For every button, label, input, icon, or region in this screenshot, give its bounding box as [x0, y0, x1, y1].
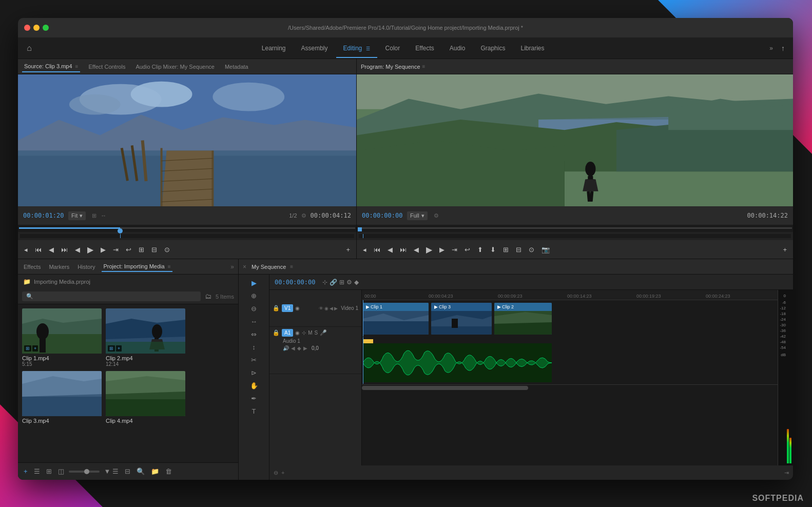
tab-graphics[interactable]: Graphics [473, 42, 512, 55]
new-bin-footer-btn[interactable]: 📁 [149, 466, 161, 476]
source-prev-frame-btn[interactable]: ◀ [47, 244, 56, 255]
prog-goto-in-btn[interactable]: ⏭ [398, 244, 409, 255]
prog-match-frame-btn[interactable]: ⊞ [501, 244, 511, 255]
share-button[interactable]: ↑ [777, 42, 789, 54]
tab-markers[interactable]: Markers [47, 262, 71, 271]
timeline-clip-3[interactable]: ▶ Clip 3 [431, 303, 492, 335]
zoom-slider[interactable] [69, 471, 100, 473]
a1-sync-icon[interactable]: ◉ [295, 330, 300, 336]
a1-next-kf-btn[interactable]: ▶ [303, 345, 307, 351]
tl-group-btn[interactable]: ⊞ [339, 279, 344, 286]
tl-rate-stretch[interactable]: ↕ [250, 342, 257, 353]
program-scrubber-knob[interactable] [358, 227, 362, 231]
search-footer-btn[interactable]: 🔍 [135, 466, 146, 476]
a1-solo-btn[interactable]: S [315, 330, 318, 336]
tl-track-select-back[interactable]: ⊖ [249, 303, 258, 314]
tab-effect-controls[interactable]: Effect Controls [86, 62, 127, 72]
tab-project[interactable]: Project: Importing Media ≡ [102, 262, 172, 272]
tab-source-clip3[interactable]: Source: Clip 3.mp4 ≡ [22, 61, 80, 72]
program-scrubber[interactable] [357, 225, 793, 232]
tab-editing[interactable]: Editing ☰ [336, 42, 377, 55]
prog-extract-btn[interactable]: ⬇ [488, 244, 498, 255]
tab-learning[interactable]: Learning [255, 42, 293, 55]
source-play-fwd-btn[interactable]: ▶ [99, 244, 108, 255]
prog-goto-out-btn[interactable]: ⇥ [450, 244, 459, 255]
a1-add-kf-btn[interactable]: ◆ [297, 345, 301, 351]
audio-clip-container[interactable] [363, 339, 552, 382]
tl-link-btn[interactable]: 🔗 [330, 279, 337, 286]
new-bin-btn[interactable]: 🗂 [205, 292, 211, 300]
program-timecode[interactable]: 00:00:00:00 [362, 212, 403, 219]
zoom-slider-knob[interactable] [84, 469, 89, 474]
prog-lift-btn[interactable]: ⬆ [475, 244, 485, 255]
timeline-clip-1[interactable]: ▶ Clip 1 [363, 303, 429, 335]
prog-prev-frame-btn[interactable]: ◀ [385, 244, 395, 255]
source-overwrite-btn[interactable]: ⊟ [149, 244, 159, 255]
timeline-scroll-thumb[interactable] [362, 386, 528, 390]
home-button[interactable]: ⌂ [22, 41, 36, 55]
timeline-clip-2[interactable]: ▶ Clip 2 [494, 303, 552, 335]
source-add-btn[interactable]: + [344, 244, 352, 255]
v1-next-btn[interactable]: ▶ [334, 306, 338, 311]
clear-btn[interactable]: 🗑 [164, 466, 173, 476]
prog-step-back-btn[interactable]: ⏮ [372, 244, 382, 255]
v1-clip-btn[interactable]: ◉ [324, 306, 328, 311]
source-goto-out-btn[interactable]: ⇥ [111, 244, 121, 255]
tl-scroll-end-btn[interactable]: ⇥ [784, 470, 789, 476]
tl-slip-tool[interactable]: ⊳ [249, 367, 258, 378]
new-item-btn[interactable]: + [22, 466, 29, 476]
v1-badge[interactable]: V1 [282, 304, 293, 312]
tl-zoom-out-btn[interactable]: ⊖ [274, 470, 278, 476]
source-timecode[interactable]: 00:00:01:20 [23, 212, 64, 219]
tl-settings-btn[interactable]: ⚙ [346, 279, 352, 286]
prog-add-btn[interactable]: + [781, 244, 789, 255]
a1-mic-icon[interactable]: 🎤 [320, 329, 327, 336]
prog-mark-in-btn[interactable]: ◂ [361, 244, 369, 255]
timeline-close-btn[interactable]: × [243, 263, 246, 270]
tl-add-track-btn[interactable]: + [281, 470, 284, 476]
prog-camera-btn[interactable]: ⊙ [527, 244, 536, 255]
search-input[interactable] [35, 294, 197, 300]
tab-libraries[interactable]: Libraries [513, 42, 551, 55]
tl-slide-tool[interactable]: ✋ [248, 380, 260, 391]
grid-view-btn[interactable]: ⊞ [45, 466, 53, 476]
clip-item-1[interactable]: ⊞ + Clip 1.mp4 5:15 [22, 308, 102, 367]
tl-pen-tool[interactable]: ✒ [249, 393, 258, 404]
program-menu-icon[interactable]: ≡ [422, 64, 426, 69]
v1-sync-icon[interactable]: ◉ [295, 305, 300, 311]
tl-razor-tool[interactable]: ✂ [249, 355, 258, 365]
prog-play-btn[interactable]: ▶ [424, 243, 434, 256]
list-view-btn[interactable]: ☰ [32, 466, 42, 476]
tl-track-select-fwd[interactable]: ⊕ [249, 290, 258, 301]
source-loop-btn[interactable]: ↩ [124, 244, 133, 255]
program-settings-icon[interactable]: ⚙ [434, 212, 439, 219]
prog-loop-btn[interactable]: ↩ [462, 244, 472, 255]
program-fit-dropdown[interactable]: Full ▾ [407, 211, 428, 220]
thumbnails-btn[interactable]: ⊟ [123, 466, 132, 476]
more-tabs-button[interactable]: » [765, 43, 777, 54]
a1-mute-btn[interactable]: M [308, 330, 312, 336]
source-step-back-btn[interactable]: ⏮ [33, 244, 44, 255]
tab-effects[interactable]: Effects [408, 42, 441, 55]
project-more-btn[interactable]: » [230, 263, 234, 270]
prog-export-frame-btn[interactable]: 📷 [539, 244, 552, 255]
source-mark-in-btn[interactable]: ◂ [22, 244, 30, 255]
tl-ripple-edit[interactable]: ↔ [249, 316, 259, 327]
source-scrubber-knob[interactable] [118, 228, 123, 233]
tab-audio-clip-mixer[interactable]: Audio Clip Mixer: My Sequence [133, 62, 216, 72]
minimize-button[interactable] [33, 25, 40, 31]
freeform-view-btn[interactable]: ◫ [56, 466, 66, 476]
tab-audio[interactable]: Audio [442, 42, 473, 55]
sort-btn[interactable]: ▼ ☰ [103, 466, 120, 476]
tl-select-tool[interactable]: ▶ [250, 278, 258, 288]
close-button[interactable] [24, 25, 30, 31]
source-tab-menu-icon[interactable]: ≡ [75, 64, 79, 69]
tab-history[interactable]: History [76, 262, 96, 271]
tab-color[interactable]: Color [378, 42, 408, 55]
timeline-menu-icon[interactable]: ≡ [290, 264, 293, 269]
a1-vol-icon[interactable]: 🔊 [283, 345, 289, 351]
source-camera-btn[interactable]: ⊙ [162, 244, 172, 255]
tab-assembly[interactable]: Assembly [294, 42, 335, 55]
tab-metadata[interactable]: Metadata [223, 62, 250, 72]
clip-item-2[interactable]: ⊞ + Clip 2.mp4 12:14 [106, 308, 185, 367]
